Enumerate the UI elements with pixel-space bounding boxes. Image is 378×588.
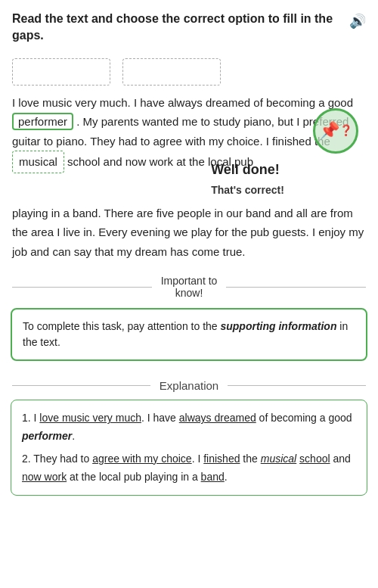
reading-text: I love music very much. I have always dr… [0,89,378,262]
exp-underline-school: school [299,453,330,465]
important-label: Important to know! [152,275,227,299]
text-sentence-3: school and now work at the local pub [67,155,253,168]
text-sentence-1: I love music very much. I have always dr… [12,96,353,109]
exp-underline-agree: agree with my choice [92,453,192,465]
info-text-bold: supporting information [220,320,336,332]
exp-bold-performer: performer [22,430,72,442]
exp-underline-love-music: love music very much [39,412,141,424]
explanation-divider-right [228,385,366,386]
gap-box-2[interactable] [122,58,221,86]
info-box: To complete this task, pay attention to … [11,308,367,361]
explanation-divider-left [12,385,150,386]
answer-box-musical[interactable]: musical [12,151,64,173]
exp-underline-finished: finished [203,453,240,465]
exp-underline-now-work: now work [22,471,67,483]
result-circle-icon: 📌❓ [313,108,358,154]
exp-underline-band: band [201,471,225,483]
answer-box-performer[interactable]: performer [12,113,73,130]
explanation-item-2: 2. They had to agree with my choice. I f… [22,450,356,487]
instruction-text: Read the text and choose the correct opt… [12,11,343,45]
explanation-label: Explanation [150,379,228,392]
explanation-item-1: 1. I love music very much. I have always… [22,409,356,446]
divider-left [12,287,152,288]
divider-right [226,287,366,288]
gap-boxes-row [0,52,378,89]
header: Read the text and choose the correct opt… [0,0,378,52]
important-section-header: Important to know! [0,261,378,302]
gap-box-1[interactable] [12,58,110,86]
explanation-section-header: Explanation [0,369,378,395]
speaker-icon[interactable]: 🔊 [349,12,366,31]
info-text-pre: To complete this task, pay attention to … [23,320,220,332]
text-continuation: playing in a band. There are five people… [12,173,366,262]
explanation-box: 1. I love music very much. I have always… [11,400,367,496]
exp-underline-always-dreamed: always dreamed [179,412,256,424]
exp-italic-musical: musical [261,453,296,465]
